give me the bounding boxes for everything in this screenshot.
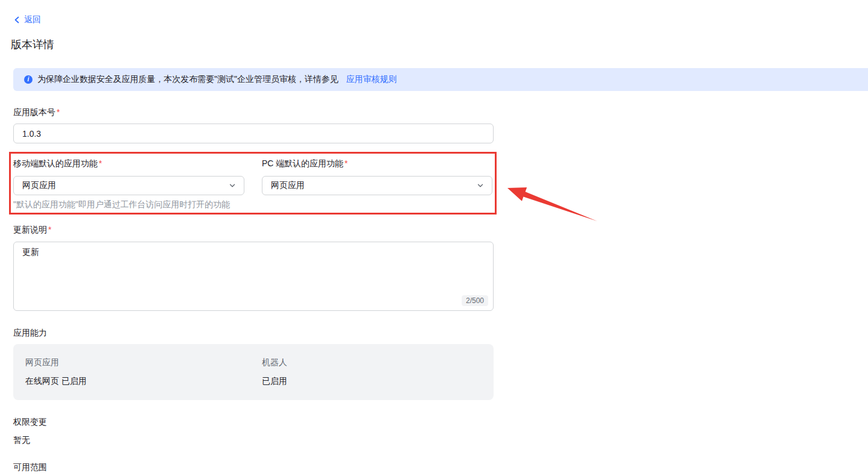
pc-function-label-text: PC 端默认的应用功能 — [262, 158, 343, 168]
mobile-function-label-text: 移动端默认的应用功能 — [13, 158, 98, 168]
version-label: 应用版本号* — [13, 107, 60, 118]
banner-text: 为保障企业数据安全及应用质量，本次发布需要"测试"企业管理员审核，详情参见 — [37, 74, 338, 85]
chevron-down-icon — [228, 181, 237, 190]
info-banner: 为保障企业数据安全及应用质量，本次发布需要"测试"企业管理员审核，详情参见 应用… — [13, 68, 868, 91]
chevron-down-icon — [476, 181, 485, 190]
required-mark: * — [48, 225, 51, 234]
mobile-function-label: 移动端默认的应用功能* — [13, 158, 102, 169]
scope-title: 可用范围 — [13, 462, 47, 473]
review-rules-link[interactable]: 应用审核规则 — [346, 74, 397, 85]
required-mark: * — [99, 158, 102, 168]
update-notes-field: 更新 2/500 — [13, 242, 494, 311]
page-title: 版本详情 — [11, 37, 54, 52]
chevron-left-icon — [13, 16, 20, 24]
back-label: 返回 — [24, 14, 41, 25]
version-detail-page: { "header": { "back_label": "返回", "title… — [0, 0, 868, 476]
red-arrow-annotation — [501, 181, 604, 227]
version-label-text: 应用版本号 — [13, 107, 55, 117]
capability-status: 已启用 — [262, 376, 287, 387]
pc-function-value: 网页应用 — [271, 180, 305, 191]
capability-name: 网页应用 — [25, 357, 59, 368]
update-notes-label: 更新说明* — [13, 225, 51, 236]
default-function-hint: "默认的应用功能"即用户通过工作台访问应用时打开的功能 — [13, 199, 230, 210]
update-notes-label-text: 更新说明 — [13, 225, 47, 234]
pc-function-label: PC 端默认的应用功能* — [262, 158, 348, 169]
version-input[interactable] — [13, 124, 494, 143]
required-mark: * — [344, 158, 347, 168]
permission-value: 暂无 — [13, 435, 30, 446]
required-mark: * — [57, 107, 60, 117]
capability-name: 机器人 — [262, 357, 287, 368]
info-icon — [24, 75, 33, 84]
char-counter: 2/500 — [462, 295, 488, 306]
pc-function-select[interactable]: 网页应用 — [262, 176, 492, 195]
permission-title: 权限变更 — [13, 417, 47, 428]
mobile-function-select[interactable]: 网页应用 — [13, 176, 244, 195]
capabilities-title: 应用能力 — [13, 328, 47, 339]
mobile-function-value: 网页应用 — [22, 180, 56, 191]
capabilities-box: 网页应用 在线网页 已启用 机器人 已启用 — [13, 344, 494, 400]
back-button[interactable]: 返回 — [13, 14, 41, 25]
update-notes-textarea[interactable]: 更新 — [14, 242, 493, 310]
capability-status: 在线网页 已启用 — [25, 376, 87, 387]
